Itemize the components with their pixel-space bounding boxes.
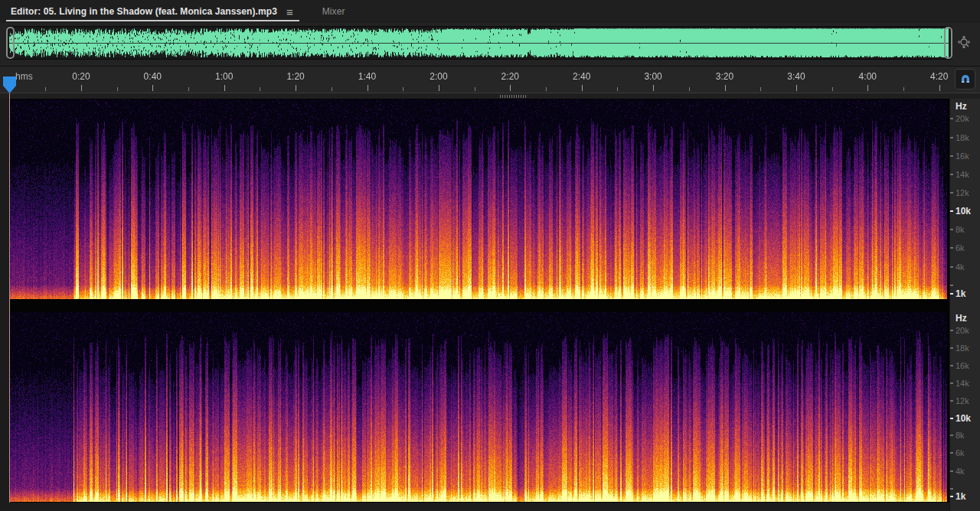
panel-resize-grip[interactable]	[500, 95, 526, 98]
freq-label: 16k	[956, 361, 969, 370]
freq-scale-row: 16k	[950, 151, 980, 161]
freq-scale-row: 8k	[950, 431, 980, 440]
freq-scale-row: 18k	[950, 343, 980, 353]
ruler-time-label: 1:00	[215, 71, 233, 82]
freq-scale-row: 8k	[950, 225, 980, 234]
freq-label: 10k	[956, 206, 971, 216]
freq-tick	[950, 347, 953, 349]
ruler-minor-tick	[403, 87, 403, 91]
freq-label: Hz	[956, 101, 967, 112]
mixer-tab-label: Mixer	[322, 6, 345, 17]
freq-tick	[950, 266, 953, 268]
ruler-minor-tick	[332, 87, 332, 91]
range-handle-right[interactable]	[944, 27, 952, 59]
freq-label: 10k	[956, 413, 971, 424]
playhead-line[interactable]	[9, 93, 10, 503]
freq-scale-row: 6k	[950, 243, 980, 252]
time-format-label: hms	[15, 71, 33, 82]
freq-tick	[950, 247, 953, 249]
freq-scale-row: 16k	[950, 361, 980, 370]
ruler-time-label: 2:40	[573, 71, 590, 82]
range-handle-left[interactable]	[6, 27, 15, 59]
freq-tick	[950, 418, 953, 419]
snap-magnet-button[interactable]	[955, 69, 975, 90]
freq-label: 20k	[956, 326, 969, 335]
ruler-minor-tick	[760, 87, 761, 91]
panel-tabbar: Editor: 05. Living in the Shadow (feat. …	[0, 0, 980, 24]
freq-tick	[950, 365, 953, 366]
ruler-time-label: 0:40	[144, 71, 162, 82]
ruler-time-label: 2:00	[430, 71, 447, 82]
freq-tick	[950, 210, 953, 212]
freq-label: 4k	[956, 262, 965, 272]
freq-label: 8k	[956, 225, 965, 234]
freq-label: 18k	[956, 133, 969, 142]
ruler-time-label: 4:20	[930, 71, 948, 82]
navigate-zoom-icon[interactable]	[956, 34, 974, 52]
freq-scale-row: 12k	[950, 396, 980, 405]
freq-label: Hz	[956, 313, 967, 324]
freq-scale-row: 4k	[950, 262, 980, 272]
freq-label: 12k	[956, 396, 969, 405]
ruler-major-tick	[439, 85, 439, 91]
ruler-major-tick	[296, 85, 296, 91]
freq-label: 6k	[956, 448, 965, 457]
freq-label: 6k	[956, 243, 965, 252]
overview-panel	[0, 23, 980, 66]
ruler-minor-tick	[45, 87, 46, 91]
freq-tick	[950, 137, 953, 138]
freq-label: 14k	[956, 170, 969, 179]
freq-label: 1k	[956, 288, 965, 299]
freq-tick	[950, 488, 953, 490]
ruler-major-tick	[224, 85, 225, 91]
freq-scale-row: 1k	[950, 289, 980, 298]
ruler-minor-tick	[546, 87, 547, 91]
freq-tick	[950, 330, 953, 331]
ruler-major-tick	[368, 85, 368, 91]
ruler-major-tick	[939, 85, 940, 91]
freq-tick	[950, 435, 953, 436]
ruler-time-label: 2:20	[501, 71, 519, 82]
grip-row	[0, 93, 980, 99]
freq-tick	[950, 174, 953, 175]
freq-label: 14k	[956, 379, 969, 388]
ruler-minor-tick	[117, 87, 118, 91]
freq-tick	[950, 155, 953, 157]
freq-scale-row: 20k	[950, 114, 980, 123]
freq-scale-row: 14k	[950, 170, 980, 179]
editor-tab-label: Editor: 05. Living in the Shadow (feat. …	[11, 6, 277, 17]
ruler-minor-tick	[903, 87, 904, 91]
tab-editor[interactable]: Editor: 05. Living in the Shadow (feat. …	[6, 0, 299, 23]
freq-label: 20k	[956, 114, 969, 123]
ruler-time-label: 3:00	[644, 71, 662, 82]
ruler-minor-tick	[617, 87, 618, 91]
ruler-time-label: 3:40	[787, 71, 805, 82]
frequency-scale-left: Hz20k18k16k14k12k10k8k6k4k1k	[950, 99, 980, 299]
freq-label: 4k	[956, 467, 965, 476]
freq-scale-row: Hz	[950, 102, 980, 111]
overview-range-strip[interactable]	[6, 26, 952, 60]
overview-waveform[interactable]	[9, 28, 949, 57]
ruler-time-label: 0:20	[72, 71, 90, 82]
ruler-time-label: 4:00	[859, 71, 877, 82]
spectrogram-left-channel[interactable]	[10, 99, 947, 299]
freq-scale-row: 4k	[950, 467, 980, 476]
freq-label: 1k	[956, 491, 965, 502]
freq-tick	[950, 452, 953, 454]
freq-scale-row: 14k	[950, 379, 980, 388]
panel-menu-icon[interactable]: ≡	[286, 6, 293, 18]
ruler-minor-tick	[832, 87, 833, 91]
ruler-minor-tick	[689, 87, 690, 91]
tab-mixer[interactable]: Mixer	[316, 0, 351, 23]
timeline-ruler[interactable]: hms 0:200:401:001:201:402:002:202:403:00…	[0, 66, 980, 93]
freq-label: 12k	[956, 188, 969, 197]
frequency-scale-right: Hz20k18k16k14k12k10k8k6k4k1k	[950, 312, 980, 502]
ruler-major-tick	[152, 85, 153, 91]
freq-label: 18k	[956, 343, 969, 353]
ruler-minor-tick	[475, 87, 475, 91]
ruler-major-tick	[510, 85, 511, 91]
spectral-track-area	[9, 99, 949, 503]
spectrogram-right-channel[interactable]	[10, 312, 947, 502]
ruler-time-label: 3:20	[716, 71, 733, 82]
audition-window: Editor: 05. Living in the Shadow (feat. …	[0, 0, 980, 511]
